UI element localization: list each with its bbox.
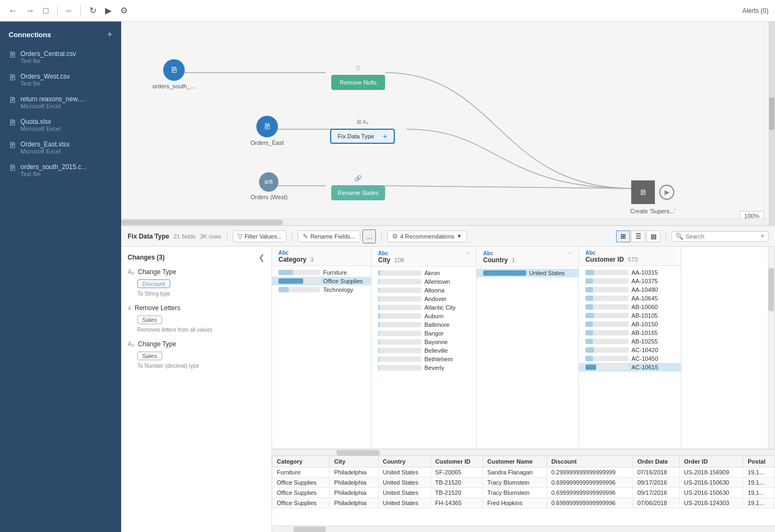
city-allentown[interactable]: Allentown xyxy=(372,277,476,286)
cid-ab10150[interactable]: AB-10150 xyxy=(579,320,681,328)
settings-button[interactable]: ⚙ xyxy=(118,4,130,17)
canvas-hscrollbar[interactable] xyxy=(121,219,769,225)
profile-hscrollbar[interactable] xyxy=(272,449,775,456)
th-customer-name[interactable]: Customer Name xyxy=(483,456,547,467)
city-belleville[interactable]: Belleville xyxy=(372,346,476,355)
cid-ab10255-bar xyxy=(585,339,593,344)
cid-ac10450[interactable]: AC-10450 xyxy=(579,354,681,363)
sidebar-item-quota-name: Quota.xlsx xyxy=(20,118,61,125)
save-button[interactable]: □ xyxy=(41,5,51,17)
change-badge-2[interactable]: Sales xyxy=(137,316,162,324)
th-country[interactable]: Country xyxy=(378,456,430,467)
change-badge-3[interactable]: Sales xyxy=(137,352,162,360)
main-layout: Connections + 🖹 Orders_Central.csv Text … xyxy=(0,22,775,532)
city-atlantic[interactable]: Atlantic City xyxy=(372,303,476,312)
more-options-button[interactable]: ... xyxy=(362,229,376,243)
step-remove-nulls-box[interactable]: Remove Nulls xyxy=(331,75,385,90)
city-andover[interactable]: Andover xyxy=(372,295,476,303)
list-view-button[interactable]: ▤ xyxy=(646,230,660,242)
top-toolbar: ← → □ ⎓ ↻ ▶ ⚙ Alerts (0) xyxy=(0,0,775,22)
city-bangor[interactable]: Bangor xyxy=(372,329,476,338)
cid-ac10615[interactable]: AC-10615 xyxy=(579,363,681,372)
play-button[interactable]: ▶ xyxy=(103,4,114,17)
cid-ab10255[interactable]: AB-10255 xyxy=(579,337,681,346)
city-auburn[interactable]: Auburn xyxy=(372,312,476,320)
profile-vscrollbar[interactable] xyxy=(768,247,774,449)
sidebar-item-quota[interactable]: 🖹 Quota.xlsx Microsoft Excel xyxy=(0,114,121,136)
city-baltimore[interactable]: Baltimore xyxy=(372,320,476,329)
cid-aa10480[interactable]: AA-10480 xyxy=(579,285,681,294)
country-us[interactable]: United States xyxy=(477,269,578,277)
profile-value-furniture[interactable]: Furniture xyxy=(272,268,371,277)
node-orders-west-label: Orders (West) xyxy=(250,194,288,200)
city-altoona[interactable]: Altoona xyxy=(372,286,476,295)
grid-view-button[interactable]: ☰ xyxy=(631,230,645,242)
step-add-icon[interactable]: + xyxy=(383,132,387,141)
th-city[interactable]: City xyxy=(330,456,378,467)
cid-ab10060[interactable]: AB-10060 xyxy=(579,303,681,311)
search-input[interactable] xyxy=(686,233,760,240)
atlantic-bar-bg xyxy=(378,305,421,310)
th-customer-id[interactable]: Customer ID xyxy=(431,456,483,467)
sidebar-item-return-reasons[interactable]: 🖹 return reasons_new.... Microsoft Excel xyxy=(0,91,121,114)
canvas-area[interactable]: 🖹 orders_south_... ▽ Remove Nulls 🖹 Orde… xyxy=(121,22,775,225)
profile-view-button[interactable]: ⊞ xyxy=(616,230,630,242)
forward-button[interactable]: → xyxy=(24,5,37,17)
th-category[interactable]: Category xyxy=(273,456,330,467)
step-fix-data-type[interactable]: ⊞ Aₐ Fix Data Type + xyxy=(330,118,395,144)
sidebar-item-orders-west[interactable]: 🖹 Orders_West.csv Text file xyxy=(0,68,121,91)
td-orderdate-4: 07/06/2018 xyxy=(633,498,680,508)
profile-value-office-supplies[interactable]: Office Supplies xyxy=(272,277,371,285)
output-play-btn[interactable]: ▶ xyxy=(659,185,674,200)
cid-ab10165[interactable]: AB-10165 xyxy=(579,328,681,337)
sidebar-item-orders-central-name: Orders_Central.csv xyxy=(20,50,76,58)
cid-aa10375[interactable]: AA-10375 xyxy=(579,277,681,285)
beverly-bar-bg xyxy=(378,365,421,370)
sidebar-item-orders-south[interactable]: 🖹 orders_south_2015.c... Text file xyxy=(0,159,121,181)
step-remove-nulls[interactable]: ▽ Remove Nulls xyxy=(331,65,385,90)
collapse-changes-button[interactable]: ❮ xyxy=(259,253,265,262)
sidebar-item-quota-type: Microsoft Excel xyxy=(20,125,61,132)
country-filter-icon[interactable]: ♂ xyxy=(568,250,572,256)
copy-button[interactable]: ⎓ xyxy=(64,5,74,17)
node-orders-south[interactable]: 🖹 orders_south_... xyxy=(152,59,196,89)
step-fix-data-type-box[interactable]: Fix Data Type + xyxy=(330,129,395,144)
th-order-id[interactable]: Order ID xyxy=(680,456,743,467)
output-node[interactable]: 🖹 ▶ Create 'Supers...' xyxy=(630,180,675,214)
cid-aa10645[interactable]: AA-10645 xyxy=(579,294,681,303)
recommendations-button[interactable]: ⚙ 4 Recommendations ▼ xyxy=(387,230,467,242)
step-rename-states-box[interactable]: Rename States xyxy=(331,185,385,200)
city-akron[interactable]: Akron xyxy=(372,269,476,277)
search-dropdown-icon[interactable]: ▼ xyxy=(760,233,765,239)
th-order-date[interactable]: Order Date xyxy=(633,456,680,467)
cid-ac10420[interactable]: AC-10420 xyxy=(579,346,681,354)
cid-ab10060-label: AB-10060 xyxy=(632,304,675,310)
canvas-scrollbar[interactable] xyxy=(769,22,775,225)
city-bethlehem[interactable]: Bethlehem xyxy=(372,355,476,363)
change-badge-1[interactable]: Discount xyxy=(137,279,170,288)
sidebar-item-orders-central[interactable]: 🖹 Orders_Central.csv Text file xyxy=(0,46,121,68)
step-rename-states[interactable]: 🔗 Rename States xyxy=(331,175,385,200)
node-orders-west[interactable]: ⊞🖹 Orders (West) xyxy=(250,172,288,200)
rename-fields-button[interactable]: ✎ Rename Fields... xyxy=(298,230,360,242)
node-orders-east[interactable]: 🖹 Orders_East xyxy=(250,116,284,146)
output-box[interactable]: 🖹 xyxy=(631,180,655,204)
belleville-bar-bg xyxy=(378,348,421,353)
th-discount[interactable]: Discount xyxy=(547,456,633,467)
td-discount-4: 0.699999999999999996 xyxy=(547,498,633,508)
sidebar-add-button[interactable]: + xyxy=(107,29,113,40)
filter-values-button[interactable]: ▽ Filter Values... xyxy=(233,230,287,242)
th-postal[interactable]: Postal xyxy=(743,456,775,467)
back-button[interactable]: ← xyxy=(6,5,19,17)
sidebar-item-orders-east[interactable]: 🖹 Orders_East.xlsx Microsoft Excel xyxy=(0,136,121,159)
refresh-button[interactable]: ↻ xyxy=(87,4,99,17)
cid-aa10315[interactable]: AA-10315 xyxy=(579,268,681,277)
table-hscrollbar[interactable] xyxy=(272,526,775,532)
cid-ac10450-bg xyxy=(585,356,629,361)
city-bayonne[interactable]: Bayonne xyxy=(372,338,476,346)
profile-value-technology[interactable]: Technology xyxy=(272,285,371,294)
city-beverly[interactable]: Beverly xyxy=(372,363,476,372)
cid-ab10105[interactable]: AB-10105 xyxy=(579,311,681,320)
city-filter-icon[interactable]: ♂ xyxy=(465,250,470,256)
chevron-down-icon: ▼ xyxy=(457,233,462,239)
